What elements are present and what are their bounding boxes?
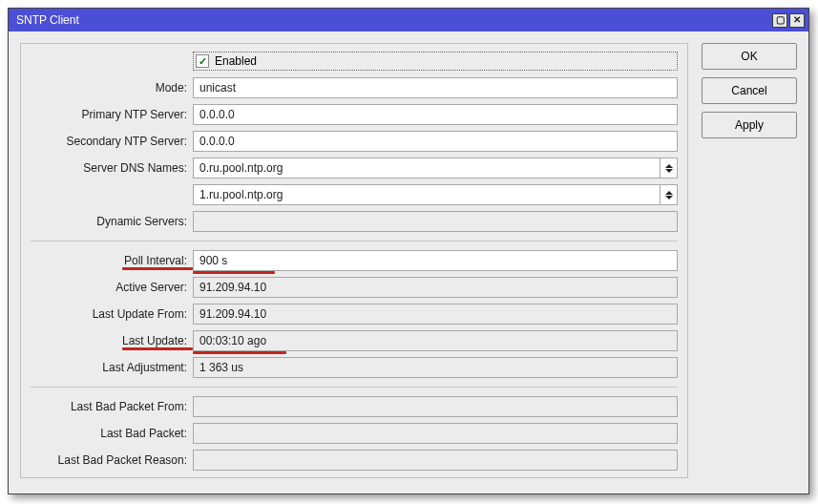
poll-interval-input[interactable] bbox=[193, 250, 678, 271]
row-primary-ntp: Primary NTP Server: bbox=[31, 101, 678, 128]
last-bad-from-value bbox=[193, 396, 678, 417]
chevron-up-icon bbox=[665, 191, 673, 195]
highlight-line bbox=[193, 271, 275, 274]
check-icon: ✓ bbox=[196, 54, 209, 68]
label-last-bad: Last Bad Packet: bbox=[31, 427, 193, 440]
window-title: SNTP Client bbox=[16, 13, 770, 27]
label-dns: Server DNS Names: bbox=[31, 161, 193, 175]
row-last-adjustment: Last Adjustment: 1 363 us bbox=[31, 354, 678, 381]
label-primary-ntp: Primary NTP Server: bbox=[31, 108, 193, 121]
last-adjustment-value: 1 363 us bbox=[193, 357, 678, 378]
dns2-input[interactable] bbox=[193, 184, 661, 205]
row-enabled: ✓ Enabled bbox=[31, 48, 678, 74]
label-last-adjustment: Last Adjustment: bbox=[31, 361, 193, 374]
chevron-up-icon bbox=[665, 164, 673, 168]
divider-2 bbox=[31, 387, 678, 388]
chevron-down-icon bbox=[665, 169, 673, 173]
section-general: ✓ Enabled Mode: Primary NTP Server: bbox=[31, 44, 678, 239]
row-mode: Mode: bbox=[31, 74, 678, 101]
row-poll-interval: Poll Interval: bbox=[31, 247, 678, 274]
highlight-line bbox=[193, 351, 286, 354]
label-active-server: Active Server: bbox=[31, 281, 193, 294]
ok-button[interactable]: OK bbox=[702, 43, 797, 70]
dns2-spinner[interactable] bbox=[661, 184, 678, 205]
chevron-down-icon bbox=[665, 196, 673, 200]
secondary-ntp-input[interactable] bbox=[193, 131, 678, 152]
row-dns1: Server DNS Names: bbox=[31, 155, 678, 181]
label-mode: Mode: bbox=[31, 81, 193, 94]
mode-input[interactable] bbox=[193, 77, 678, 98]
last-bad-reason-value bbox=[193, 450, 678, 471]
client-area: ✓ Enabled Mode: Primary NTP Server: bbox=[9, 32, 808, 490]
cancel-button[interactable]: Cancel bbox=[702, 77, 797, 104]
label-dynamic-servers: Dynamic Servers: bbox=[31, 215, 193, 228]
dialog-window: SNTP Client ▢ ✕ ✓ Enabled bbox=[8, 8, 809, 494]
section-status: Poll Interval: Active Server: 91.209.94.… bbox=[31, 243, 678, 385]
last-update-from-value: 91.209.94.10 bbox=[193, 304, 678, 325]
row-last-update-from: Last Update From: 91.209.94.10 bbox=[31, 301, 678, 327]
close-icon: ✕ bbox=[793, 15, 801, 25]
close-button[interactable]: ✕ bbox=[789, 13, 805, 28]
label-last-bad-reason: Last Bad Packet Reason: bbox=[31, 453, 193, 467]
row-last-bad: Last Bad Packet: bbox=[31, 420, 678, 447]
dns1-input[interactable] bbox=[193, 158, 661, 178]
button-column: OK Cancel Apply bbox=[702, 43, 797, 138]
row-dns2 bbox=[31, 181, 678, 208]
row-last-bad-reason: Last Bad Packet Reason: bbox=[31, 447, 678, 473]
section-bad-packet: Last Bad Packet From: Last Bad Packet: L… bbox=[31, 389, 678, 477]
highlight-line bbox=[122, 347, 193, 350]
enabled-label: Enabled bbox=[215, 54, 257, 68]
maximize-button[interactable]: ▢ bbox=[772, 13, 787, 28]
label-last-update: Last Update: bbox=[31, 334, 193, 347]
row-active-server: Active Server: 91.209.94.10 bbox=[31, 274, 678, 301]
enabled-checkbox[interactable]: ✓ Enabled bbox=[193, 52, 678, 71]
label-poll-interval: Poll Interval: bbox=[31, 254, 193, 267]
divider-1 bbox=[31, 241, 678, 242]
row-dynamic-servers: Dynamic Servers: bbox=[31, 208, 678, 235]
primary-ntp-input[interactable] bbox=[193, 104, 678, 125]
row-last-bad-from: Last Bad Packet From: bbox=[31, 393, 678, 420]
last-update-value: 00:03:10 ago bbox=[193, 330, 678, 351]
label-last-update-from: Last Update From: bbox=[31, 307, 193, 321]
row-secondary-ntp: Secondary NTP Server: bbox=[31, 128, 678, 155]
dynamic-servers-value bbox=[193, 211, 678, 232]
active-server-value: 91.209.94.10 bbox=[193, 277, 678, 298]
dns1-spinner[interactable] bbox=[661, 158, 678, 178]
row-last-update: Last Update: 00:03:10 ago bbox=[31, 327, 678, 354]
apply-button[interactable]: Apply bbox=[702, 112, 797, 138]
titlebar: SNTP Client ▢ ✕ bbox=[9, 9, 808, 32]
label-secondary-ntp: Secondary NTP Server: bbox=[31, 135, 193, 148]
maximize-icon: ▢ bbox=[776, 15, 785, 25]
highlight-line bbox=[122, 267, 193, 270]
form-panel: ✓ Enabled Mode: Primary NTP Server: bbox=[20, 43, 688, 478]
label-last-bad-from: Last Bad Packet From: bbox=[31, 400, 193, 413]
last-bad-value bbox=[193, 423, 678, 444]
